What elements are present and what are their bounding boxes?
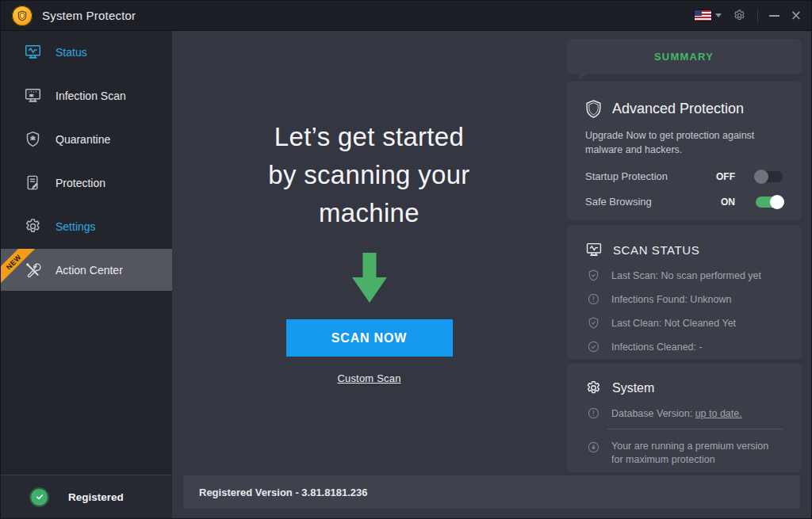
gear-icon — [585, 380, 602, 396]
sidebar-item-protection[interactable]: Protection — [1, 162, 172, 204]
tab-summary[interactable]: SUMMARY — [566, 39, 802, 74]
premium-version-row: Your are running a premium version for m… — [585, 440, 783, 467]
summary-panel: SUMMARY Advanced Protection Upgrade Now … — [566, 39, 802, 472]
close-button[interactable]: × — [791, 9, 802, 22]
language-selector[interactable] — [695, 10, 722, 21]
shield-bug-icon — [24, 130, 42, 148]
startup-protection-row: Startup Protection OFF — [585, 170, 783, 182]
minimize-icon — [769, 15, 779, 17]
sidebar: Status Infection Scan — [1, 31, 172, 518]
infections-found-text: Infections Found: Unknown — [611, 294, 731, 305]
sidebar-item-label: Quarantine — [56, 133, 110, 146]
last-clean-text: Last Clean: Not Cleaned Yet — [611, 318, 736, 329]
premium-version-text: Your are running a premium version for m… — [611, 440, 783, 467]
monitor-pulse-icon — [585, 241, 603, 258]
last-scan-row: Last Scan: No scan performed yet — [585, 269, 783, 282]
startup-protection-toggle[interactable] — [756, 171, 783, 182]
last-scan-text: Last Scan: No scan performed yet — [611, 270, 761, 281]
system-card: System Database Version: up to date. You… — [566, 364, 802, 472]
safe-browsing-row: Safe Browsing ON — [585, 196, 783, 208]
toggle-knob — [770, 195, 784, 209]
sidebar-item-label: Infection Scan — [56, 90, 126, 102]
gear-icon — [24, 217, 42, 235]
infections-cleaned-text: Infections Cleaned: - — [611, 342, 703, 353]
scan-status-title: SCAN STATUS — [613, 243, 699, 257]
close-icon: × — [791, 9, 802, 22]
monitor-pulse-icon — [24, 43, 42, 61]
sidebar-item-action-center[interactable]: NEW Action Center — [1, 249, 172, 291]
infections-cleaned-row: Infections Cleaned: - — [585, 340, 783, 353]
up-to-date-link[interactable]: up to date. — [695, 408, 742, 419]
us-flag-icon — [695, 10, 711, 21]
system-title: System — [612, 381, 654, 395]
shield-check-icon — [587, 316, 600, 330]
database-version-row: Database Version: up to date. — [585, 406, 783, 420]
green-check-seal-icon — [31, 489, 48, 506]
headline: Let’s get started by scanning your machi… — [268, 118, 469, 232]
scan-now-button[interactable]: SCAN NOW — [286, 319, 453, 357]
advanced-protection-description: Upgrade Now to get protection against ma… — [585, 128, 793, 157]
safe-browsing-state: ON — [721, 197, 735, 208]
tab-summary-label: SUMMARY — [654, 51, 714, 63]
green-down-arrow-icon — [351, 253, 388, 303]
infections-found-row: Infections Found: Unknown — [585, 292, 783, 306]
sidebar-item-label: Action Center — [56, 264, 123, 277]
monitor-bug-icon — [24, 86, 42, 105]
registered-label: Registered — [68, 491, 124, 503]
app-logo-icon — [12, 6, 33, 26]
version-status-bar: Registered Version - 3.81.8181.236 — [183, 475, 800, 509]
sidebar-item-infection-scan[interactable]: Infection Scan — [1, 74, 172, 116]
document-pen-icon — [24, 174, 42, 192]
advanced-protection-card: Advanced Protection Upgrade Now to get p… — [566, 82, 802, 220]
titlebar: System Protector × — [1, 1, 812, 31]
alert-circle-icon — [587, 292, 600, 306]
app-title: System Protector — [42, 9, 136, 22]
tools-icon — [24, 261, 42, 279]
scan-status-card: SCAN STATUS Last Scan: No scan performed… — [566, 225, 802, 359]
sidebar-item-quarantine[interactable]: Quarantine — [1, 118, 172, 160]
check-circle-icon — [587, 340, 600, 353]
advanced-protection-title: Advanced Protection — [612, 101, 744, 117]
sidebar-item-label: Status — [56, 46, 87, 59]
startup-protection-state: OFF — [716, 171, 735, 182]
database-version-label: Database Version: — [611, 408, 695, 419]
toggle-knob — [754, 170, 768, 184]
safe-browsing-label: Safe Browsing — [585, 196, 721, 208]
sidebar-item-status[interactable]: Status — [1, 31, 172, 73]
chevron-down-icon — [715, 13, 722, 17]
titlebar-divider — [757, 10, 758, 22]
titlebar-settings-gear-icon[interactable] — [733, 9, 746, 22]
system-divider — [607, 429, 783, 429]
scan-prompt: Let’s get started by scanning your machi… — [172, 31, 566, 518]
lock-circle-icon — [587, 441, 600, 454]
version-status-text: Registered Version - 3.81.8181.236 — [199, 487, 367, 498]
registered-status: Registered — [1, 475, 172, 518]
shield-check-icon — [587, 269, 600, 282]
sidebar-item-label: Settings — [56, 220, 96, 233]
sidebar-item-label: Protection — [56, 177, 105, 189]
custom-scan-link[interactable]: Custom Scan — [337, 372, 400, 384]
alert-circle-icon — [587, 406, 600, 420]
safe-browsing-toggle[interactable] — [756, 197, 783, 208]
tab-notch — [579, 74, 588, 81]
last-clean-row: Last Clean: Not Cleaned Yet — [585, 316, 783, 330]
minimize-button[interactable] — [769, 15, 779, 17]
database-version-text: Database Version: up to date. — [611, 408, 742, 419]
shield-outline-icon — [585, 99, 602, 119]
sidebar-item-settings[interactable]: Settings — [1, 205, 172, 247]
startup-protection-label: Startup Protection — [585, 170, 716, 182]
